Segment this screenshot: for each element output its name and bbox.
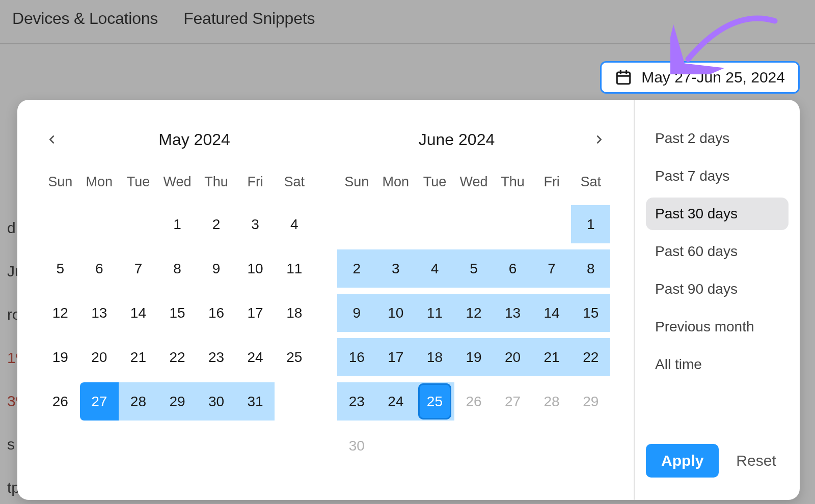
preset-option[interactable]: Past 60 days: [646, 235, 789, 268]
calendar-day[interactable]: 17: [236, 294, 275, 332]
preset-option[interactable]: Past 30 days: [646, 198, 789, 230]
calendar-day[interactable]: 14: [532, 294, 572, 332]
month-title-right: June 2024: [325, 130, 588, 149]
calendar-day[interactable]: 27: [493, 382, 532, 421]
calendar-day[interactable]: 20: [493, 338, 532, 376]
calendar-day[interactable]: 8: [571, 249, 610, 288]
preset-option[interactable]: Past 90 days: [646, 273, 789, 305]
dow-cell: Sat: [275, 172, 314, 192]
calendar-day[interactable]: 4: [275, 205, 314, 243]
calendar-day: [532, 427, 572, 465]
calendar-day[interactable]: 30: [337, 427, 376, 465]
calendar-day[interactable]: 25: [415, 382, 454, 421]
apply-button[interactable]: Apply: [646, 444, 719, 478]
calendar-day[interactable]: 5: [41, 249, 80, 288]
calendar-day[interactable]: 15: [571, 294, 610, 332]
calendar-day[interactable]: 7: [532, 249, 572, 288]
calendar-left: SunMonTueWedThuFriSat 123456789101112131…: [41, 172, 314, 471]
preset-option[interactable]: Past 2 days: [646, 122, 789, 155]
calendar-day[interactable]: 1: [571, 205, 610, 243]
date-range-picker: May 2024 June 2024 SunMonTueWedThuFriSat…: [17, 100, 800, 500]
calendar-day: [80, 205, 119, 243]
calendar-day[interactable]: 12: [454, 294, 494, 332]
calendar-day[interactable]: 19: [454, 338, 494, 376]
calendar-day[interactable]: 6: [493, 249, 532, 288]
presets-panel: Past 2 daysPast 7 daysPast 30 daysPast 6…: [634, 100, 800, 500]
calendar-icon: [615, 69, 632, 86]
calendar-day[interactable]: 27: [80, 382, 119, 421]
dow-cell: Sat: [571, 172, 610, 192]
calendar-day[interactable]: 13: [493, 294, 532, 332]
calendar-day: [415, 205, 454, 243]
calendar-day[interactable]: 29: [571, 382, 610, 421]
reset-button[interactable]: Reset: [736, 452, 776, 469]
calendar-day[interactable]: 23: [337, 382, 376, 421]
calendar-day[interactable]: 18: [275, 294, 314, 332]
prev-month-button[interactable]: [41, 128, 63, 151]
calendar-day[interactable]: 2: [337, 249, 376, 288]
calendar-day[interactable]: 25: [275, 338, 314, 376]
dow-cell: Mon: [376, 172, 416, 192]
calendar-day[interactable]: 12: [41, 294, 80, 332]
calendar-day[interactable]: 11: [415, 294, 454, 332]
calendar-day[interactable]: 1: [158, 205, 197, 243]
preset-option[interactable]: Past 7 days: [646, 160, 789, 192]
calendar-day[interactable]: 9: [337, 294, 376, 332]
calendar-day: [454, 427, 494, 465]
calendar-day[interactable]: 11: [275, 249, 314, 288]
dow-cell: Tue: [415, 172, 454, 192]
calendar-day[interactable]: 24: [236, 338, 275, 376]
calendar-day[interactable]: 8: [158, 249, 197, 288]
dow-cell: Fri: [532, 172, 572, 192]
calendar-day[interactable]: 15: [158, 294, 197, 332]
calendar-day[interactable]: 6: [80, 249, 119, 288]
calendar-day[interactable]: 19: [41, 338, 80, 376]
date-range-trigger[interactable]: May 27-Jun 25, 2024: [600, 61, 800, 94]
calendar-day[interactable]: 18: [415, 338, 454, 376]
calendar-day[interactable]: 21: [119, 338, 158, 376]
calendar-day[interactable]: 10: [236, 249, 275, 288]
calendar-day[interactable]: 5: [454, 249, 494, 288]
calendar-day[interactable]: 26: [454, 382, 494, 421]
calendar-day[interactable]: 7: [119, 249, 158, 288]
calendar-day[interactable]: 14: [119, 294, 158, 332]
calendar-day[interactable]: 22: [571, 338, 610, 376]
calendar-day: [493, 427, 532, 465]
calendar-day[interactable]: 16: [197, 294, 236, 332]
dow-cell: Sun: [337, 172, 376, 192]
calendar-day[interactable]: 3: [236, 205, 275, 243]
calendar-day[interactable]: 4: [415, 249, 454, 288]
calendar-day[interactable]: 28: [532, 382, 572, 421]
calendars-area: May 2024 June 2024 SunMonTueWedThuFriSat…: [17, 100, 634, 500]
calendar-day[interactable]: 24: [376, 382, 416, 421]
month-title-left: May 2024: [63, 130, 325, 149]
calendar-day[interactable]: 26: [41, 382, 80, 421]
calendar-day[interactable]: 16: [337, 338, 376, 376]
next-month-button[interactable]: [588, 128, 610, 151]
calendar-day[interactable]: 3: [376, 249, 416, 288]
calendar-day[interactable]: 30: [197, 382, 236, 421]
calendar-day[interactable]: 21: [532, 338, 572, 376]
date-range-label: May 27-Jun 25, 2024: [641, 69, 785, 86]
calendar-day[interactable]: 31: [236, 382, 275, 421]
calendar-day[interactable]: 22: [158, 338, 197, 376]
calendar-day[interactable]: 2: [197, 205, 236, 243]
dow-cell: Thu: [493, 172, 532, 192]
preset-option[interactable]: Previous month: [646, 311, 789, 343]
calendar-day[interactable]: 20: [80, 338, 119, 376]
preset-option[interactable]: All time: [646, 348, 789, 381]
calendar-day[interactable]: 23: [197, 338, 236, 376]
dow-cell: Wed: [158, 172, 197, 192]
calendar-day[interactable]: 13: [80, 294, 119, 332]
calendar-day: [376, 205, 416, 243]
calendar-day: [493, 205, 532, 243]
calendar-day[interactable]: 17: [376, 338, 416, 376]
calendar-day: [454, 205, 494, 243]
calendar-day[interactable]: 28: [119, 382, 158, 421]
calendar-day: [41, 205, 80, 243]
calendar-day[interactable]: 9: [197, 249, 236, 288]
calendar-day[interactable]: 29: [158, 382, 197, 421]
calendar-day[interactable]: 10: [376, 294, 416, 332]
calendar-day: [415, 427, 454, 465]
dow-cell: Fri: [236, 172, 275, 192]
